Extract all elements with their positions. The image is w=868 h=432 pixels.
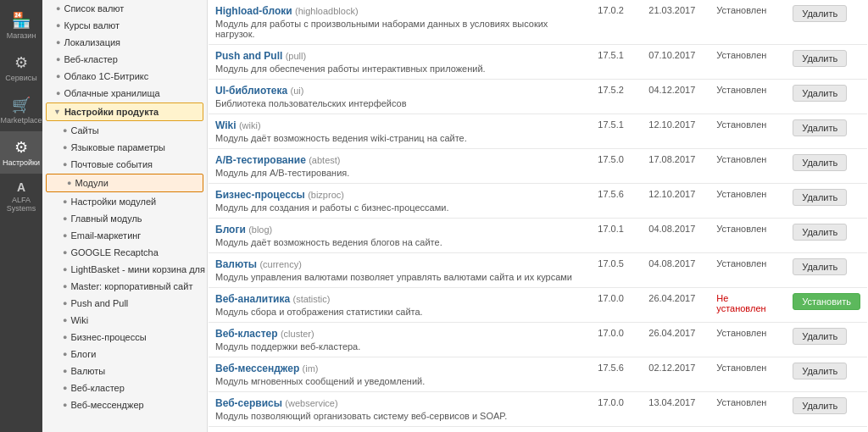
nav-item-veb-messendjer-nav[interactable]: ●Веб-мессенджер <box>42 396 207 413</box>
module-version: 17.5.1 <box>591 114 642 149</box>
nav-item-veb-klaster[interactable]: ●Веб-кластер <box>42 51 207 68</box>
module-title[interactable]: Валюты <box>215 258 257 270</box>
delete-button[interactable]: Удалить <box>793 363 847 379</box>
nav-item-valuta[interactable]: ●Список валют <box>42 0 207 17</box>
module-name: Веб-мессенджер (im) <box>215 363 584 374</box>
module-title[interactable]: Веб-аналитика <box>215 293 290 305</box>
delete-button[interactable]: Удалить <box>793 50 847 67</box>
module-title[interactable]: Блоги <box>215 224 246 235</box>
table-row: Веб-формы (form) Модуль организует работ… <box>209 427 867 433</box>
module-code: (currency) <box>259 259 302 269</box>
delete-button[interactable]: Удалить <box>793 397 847 414</box>
module-status: Установлен <box>709 184 786 219</box>
nav-item-nastrojki-modulej[interactable]: ●Настройки модулей <box>42 193 207 210</box>
nav-item-sajty[interactable]: ●Сайты <box>42 122 207 139</box>
module-action: Удалить <box>786 149 867 184</box>
nav-item-oblachnye[interactable]: ●Облачные хранилища <box>42 85 207 102</box>
delete-button[interactable]: Удалить <box>793 328 847 345</box>
table-row: Push and Pull (pull) Модуль для обеспече… <box>209 45 867 80</box>
delete-button[interactable]: Удалить <box>793 85 847 102</box>
nav-item-lokalizatsiya[interactable]: ●Локализация <box>42 34 207 51</box>
delete-button[interactable]: Удалить <box>793 224 847 241</box>
nav-item-blogi-nav[interactable]: ●Блоги <box>42 346 207 363</box>
sidebar-icons: 🏪 Магазин ⚙ Сервисы 🛒 Marketplace ⚙ Наст… <box>0 0 42 432</box>
nav-item-kursy[interactable]: ●Курсы валют <box>42 17 207 34</box>
module-date: 07.10.2017 <box>642 45 709 80</box>
module-title[interactable]: А/В-тестирование <box>215 154 306 166</box>
services-icon: ⚙ <box>14 53 28 72</box>
sidebar-item-alfa[interactable]: Α ALFA Systems <box>0 174 42 219</box>
sidebar-item-store-label: Магазин <box>7 31 36 40</box>
table-row: Highload-блоки (highloadblock) Модуль дл… <box>209 0 867 45</box>
module-status: Установлен <box>709 80 786 114</box>
bullet-icon: ● <box>63 197 67 206</box>
delete-button[interactable]: Удалить <box>793 5 847 22</box>
nav-item-push-and-pull[interactable]: ●Push and Pull <box>42 295 207 312</box>
delete-button[interactable]: Удалить <box>793 119 847 136</box>
module-title[interactable]: Веб-мессенджер <box>215 363 299 374</box>
nav-item-oblako[interactable]: ●Облако 1С-Битрикс <box>42 68 207 85</box>
nav-item-biznes-processy[interactable]: ●Бизнес-процессы <box>42 329 207 346</box>
module-desc: Модуль сбора и отображения статистики са… <box>215 307 584 317</box>
nav-item-pochtovye[interactable]: ●Почтовые события <box>42 156 207 173</box>
module-action: Удалить <box>786 0 867 45</box>
nav-label: Веб-мессенджер <box>70 400 143 410</box>
table-row: Валюты (currency) Модуль управления валю… <box>209 253 867 288</box>
module-name: Валюты (currency) <box>215 258 584 270</box>
status-badge: Установлен <box>716 50 766 60</box>
nav-item-wiki-nav[interactable]: ●Wiki <box>42 312 207 329</box>
nav-item-yazykovye[interactable]: ●Языковые параметры <box>42 139 207 156</box>
status-badge: Установлен <box>716 119 766 130</box>
bullet-icon: ● <box>63 282 67 291</box>
nav-item-valyuty-nav[interactable]: ●Валюты <box>42 363 207 379</box>
delete-button[interactable]: Удалить <box>793 154 847 171</box>
bullet-icon: ● <box>63 333 67 341</box>
module-status: Установлен <box>709 357 786 392</box>
status-badge: Установлен <box>716 85 766 95</box>
bullet-icon: ● <box>63 316 67 324</box>
nav-label: Push and Pull <box>70 298 128 308</box>
nav-item-glavnyj[interactable]: ●Главный модуль <box>42 210 207 227</box>
module-action: Удалить <box>786 427 867 433</box>
nav-label: Веб-кластер <box>64 54 117 64</box>
bullet-icon: ● <box>56 38 60 47</box>
nav-item-veb-klaster-nav[interactable]: ●Веб-кластер <box>42 379 207 396</box>
sidebar-item-settings[interactable]: ⚙ Настройки <box>0 131 42 174</box>
module-title[interactable]: UI-библиотека <box>215 85 287 97</box>
sidebar-item-services[interactable]: ⚙ Сервисы <box>0 47 42 89</box>
module-code: (abtest) <box>309 155 340 165</box>
module-name: Веб-кластер (cluster) <box>215 328 584 340</box>
module-title[interactable]: Wiki <box>215 119 236 131</box>
module-code: (im) <box>303 363 319 374</box>
module-name: Блоги (blog) <box>215 224 584 235</box>
sidebar-item-store[interactable]: 🏪 Магазин <box>0 4 42 47</box>
bullet-icon: ● <box>63 214 67 223</box>
nav-item-email-marketing[interactable]: ●Email-маркетинг <box>42 227 207 244</box>
sidebar-item-alfa-label: ALFA Systems <box>3 196 39 213</box>
module-version: 17.0.0 <box>591 288 642 323</box>
status-badge: Установлен <box>716 154 766 164</box>
nav-item-google-recaptcha[interactable]: ●GOOGLE Recaptcha <box>42 244 207 261</box>
nav-item-lightbasket[interactable]: ●LightBasket - мини корзина для корпорат… <box>42 261 207 278</box>
module-desc: Библиотека пользовательских интерфейсов <box>215 98 584 108</box>
module-action: Удалить <box>786 253 867 288</box>
module-name: Веб-сервисы (webservice) <box>215 397 584 409</box>
module-title[interactable]: Push and Pull <box>215 50 282 62</box>
nav-item-master[interactable]: ●Master: корпоративный сайт <box>42 278 207 295</box>
install-button[interactable]: Установить <box>793 293 860 310</box>
nav-label: GOOGLE Recaptcha <box>70 247 158 258</box>
delete-button[interactable]: Удалить <box>793 189 847 206</box>
module-code: (ui) <box>291 86 304 96</box>
nav-item-nastrojki-produkta[interactable]: ▼Настройки продукта <box>46 102 203 121</box>
nav-item-moduli[interactable]: ●Модули <box>46 174 203 192</box>
sidebar-item-marketplace[interactable]: 🛒 Marketplace <box>0 89 42 131</box>
module-status: Установлен <box>709 323 786 357</box>
module-title[interactable]: Highload-блоки <box>215 5 292 17</box>
module-title[interactable]: Веб-кластер <box>215 328 278 340</box>
nav-label: Wiki <box>70 315 88 325</box>
module-title[interactable]: Бизнес-процессы <box>215 189 305 201</box>
delete-button[interactable]: Удалить <box>793 258 847 275</box>
module-title[interactable]: Веб-сервисы <box>215 397 282 409</box>
nav-label: Email-маркетинг <box>70 230 141 241</box>
module-action: Удалить <box>786 357 867 392</box>
